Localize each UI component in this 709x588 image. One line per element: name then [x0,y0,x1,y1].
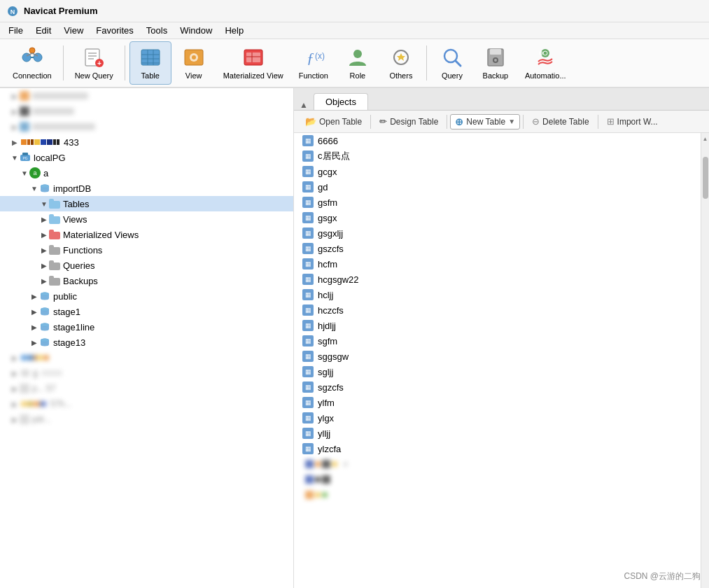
tree-item-public[interactable]: ▶ public [0,288,293,304]
tree-item-mat-views[interactable]: ▶ Materialized Views [0,227,293,242]
tree-item-queries[interactable]: ▶ Queries [0,258,293,273]
obj-sep-1 [370,115,371,129]
tables-arrow: ▼ [39,199,49,209]
table-row[interactable]: ▦ sggsgw [294,349,701,364]
table-icon [139,46,162,69]
table-row-icon: ▦ [302,335,314,346]
tree-item-blurred-bottom-4[interactable]: ▶ 57h... [0,396,293,412]
tree-item-stage1[interactable]: ▶ stage1 [0,304,293,319]
menu-window[interactable]: Window [174,24,218,37]
table-row[interactable]: ▦ ylfm [294,395,701,410]
tree-item-blurred-bottom-5[interactable]: ▶ pdr... [0,412,293,427]
tree-item-blurred-2[interactable]: ▶ [0,104,293,119]
svg-text:N: N [10,8,15,15]
others-icon [390,46,412,69]
table-row-blurred-2[interactable] [294,472,701,487]
tree-item-stage13[interactable]: ▶ stage13 [0,335,293,350]
toolbar-table-button[interactable]: Table [129,41,171,85]
toolbar-automation-button[interactable]: Automatio... [518,41,573,85]
query-icon [441,46,463,69]
scroll-up-arrow[interactable]: ▲ [703,134,708,143]
table-name: gcgx [318,167,337,177]
toolbar-new-query-button[interactable]: + New Query [68,41,120,85]
open-table-button[interactable]: 📂 Open Table [300,115,367,128]
table-row[interactable]: ▦ hcljj [294,287,701,302]
tree-item-tables[interactable]: ▼ Tables [0,196,293,211]
table-name: hcgsgw22 [318,274,359,285]
table-row-blurred-1[interactable]: ≡ [294,456,701,472]
tree-item-functions[interactable]: ▶ Functions [0,242,293,258]
table-row[interactable]: ▦ ylgx [294,410,701,426]
table-row[interactable]: ▦ sgfm [294,333,701,349]
tree-item-views[interactable]: ▶ Views [0,211,293,227]
table-row[interactable]: ▦ 6666 [294,133,701,148]
table-row-icon: ▦ [302,397,314,408]
table-row-blurred-3[interactable] [294,487,701,503]
vertical-scrollbar[interactable]: ▲ [701,133,709,588]
tree-item-blurred-bottom-1[interactable]: ▶ [0,350,293,365]
table-row[interactable]: ▦ hjdljj [294,318,701,333]
toolbar-mat-view-button[interactable]: Materialized View [216,41,290,85]
table-row-icon: ▦ [302,212,314,223]
toolbar-function-button[interactable]: ƒ (x) Function [292,41,335,85]
svg-text:+: + [97,59,101,67]
table-row[interactable]: ▦ ylzcfa [294,441,701,456]
backup-label: Backup [483,71,509,80]
tree-item-stage1line[interactable]: ▶ stage1line [0,319,293,335]
tree-item-blurred-4[interactable]: ▶ 433 [0,134,293,150]
tree-item-backups[interactable]: ▶ Backups [0,273,293,288]
table-row[interactable]: ▦ sgljj [294,364,701,379]
toolbar-role-button[interactable]: Role [337,41,379,85]
tree-item-schema-a[interactable]: ▼ a a [0,165,293,181]
svg-text:PG: PG [22,156,27,160]
menu-help[interactable]: Help [219,24,249,37]
app-title: Navicat Premium [24,6,98,16]
menu-edit[interactable]: Edit [30,24,57,37]
tree-item-blurred-3[interactable]: ▶ [0,119,293,134]
design-table-button[interactable]: ✏ Design Table [374,115,444,128]
toolbar-view-button[interactable]: View [173,41,215,85]
menu-view[interactable]: View [58,24,89,37]
tree-item-blurred-1[interactable]: ▶ [0,88,293,104]
table-row[interactable]: ▦ hcfm [294,256,701,272]
table-row[interactable]: ▦ gsfm [294,195,701,210]
blurred-icon-3 [20,122,29,132]
toolbar-connection-button[interactable]: Connection [6,41,59,85]
stage1-arrow: ▶ [29,307,39,316]
obj-sep-2 [447,115,447,129]
tree-item-blurred-bottom-2[interactable]: ▶ g [0,365,293,381]
table-row[interactable]: ▦ c居民点 [294,148,701,164]
tree-arrow: ▶ [10,91,20,101]
table-row[interactable]: ▦ gszcfs [294,241,701,256]
menu-file[interactable]: File [3,24,29,37]
table-row[interactable]: ▦ hcgsgw22 [294,272,701,287]
scroll-thumb[interactable] [703,157,708,199]
toolbar-backup-button[interactable]: Backup [475,41,517,85]
tree-item-localpg[interactable]: ▼ PG localPG [0,150,293,165]
menu-tools[interactable]: Tools [141,24,173,37]
tree-item-blurred-bottom-3[interactable]: ▶ p... 57 [0,381,293,396]
views-label: Views [63,214,87,225]
table-row[interactable]: ▦ sgzcfs [294,379,701,395]
new-table-dropdown-icon[interactable]: ▼ [508,118,515,125]
objects-tab[interactable]: Objects [314,93,368,110]
tree-item-importdb[interactable]: ▼ importDB [0,181,293,196]
automation-icon [534,46,556,69]
table-row[interactable]: ▦ gd [294,179,701,195]
table-row-icon: ▦ [302,412,314,424]
table-row[interactable]: ▦ gsgx [294,210,701,225]
toolbar-query-button[interactable]: Query [431,41,473,85]
svg-point-22 [192,55,196,59]
blurred-label-2 [32,108,74,115]
table-row[interactable]: ▦ gsgxljj [294,225,701,241]
new-table-button[interactable]: ⊕ New Table ▼ [450,114,520,130]
blurred-b3-arrow: ▶ [10,384,20,393]
table-row[interactable]: ▦ ylljj [294,426,701,441]
table-row[interactable]: ▦ hczcfs [294,302,701,318]
tab-chevron[interactable]: ▲ [300,100,308,110]
table-row[interactable]: ▦ gcgx [294,164,701,179]
import-wizard-button[interactable]: ⊞ Import W... [601,115,664,128]
toolbar-others-button[interactable]: Others [380,41,422,85]
delete-table-button[interactable]: ⊖ Delete Table [526,115,595,128]
menu-favorites[interactable]: Favorites [90,24,139,37]
